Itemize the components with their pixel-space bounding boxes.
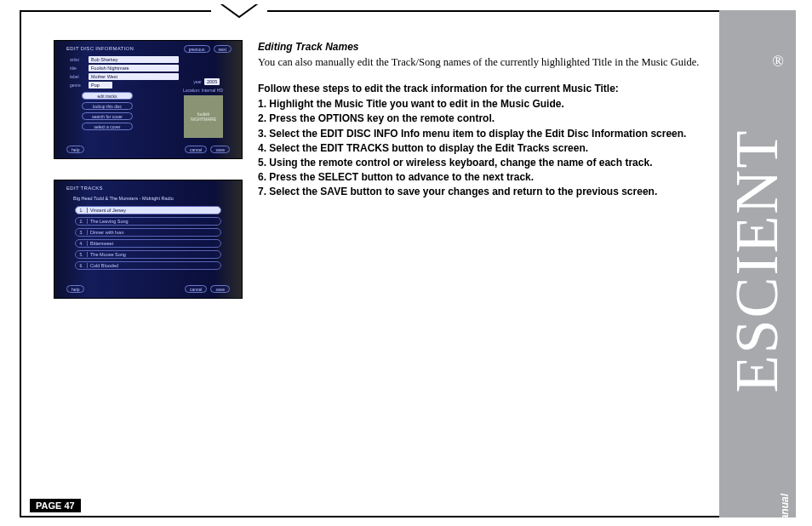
ss2-track-1: 1.Vincent of Jersey [75,206,221,214]
ss2-track-2: 2.The Leaving Song [75,217,221,226]
ss1-genre-value: Pop [89,82,112,89]
step-7: 7. Select the SAVE button to save your c… [258,185,702,198]
manual-subtitle: FireBall™ SE-D1 User's Manual [779,494,791,526]
text-column: Editing Track Names You can also manuall… [258,40,702,319]
ss1-prev-button: previous [184,45,210,53]
steps-list: 1. Highlight the Music Title you want to… [258,97,702,198]
ss2-track-3: 3.Dinner with Ivan [75,228,221,237]
step-1: 1. Highlight the Music Title you want to… [258,97,702,111]
ss2-cancel-button: cancel [185,285,207,293]
svg-rect-0 [211,2,267,4]
section-heading: Editing Track Names [258,40,702,54]
brand-wrap: ESCIENT [724,56,791,465]
section-intro: You can also manually edit the Track/Son… [258,55,702,70]
ss1-title-label: title [70,66,89,71]
steps-lead: Follow these steps to edit the track inf… [258,82,702,95]
ss2-title: EDIT TRACKS [66,186,103,191]
ss2-track-6: 6.Cold Blooded [75,261,221,270]
step-4: 4. Select the EDIT TRACKS button to disp… [258,141,702,155]
brand-logo: ESCIENT [723,129,793,392]
ss2-help-button: help [66,285,84,293]
ss1-genre-label: genre [70,83,89,88]
ss1-location: Location: Internal HD [183,88,223,93]
step-3: 3. Select the EDIT DISC INFO Info menu i… [258,127,702,140]
step-6: 6. Press the SELECT button to advance to… [258,170,702,184]
sidebar: ® ESCIENT FireBall™ SE-D1 User's Manual [719,10,796,517]
manual-page: ® ESCIENT FireBall™ SE-D1 User's Manual … [20,10,796,517]
screenshot-edit-disc-info: EDIT DISC INFORMATION previous next arti… [54,40,243,159]
ss1-search-cover-button: search for cover [82,112,133,120]
ss1-next-button: next [214,45,232,53]
ss1-save-button: save [210,146,230,153]
step-2: 2. Press the OPTIONS key on the remote c… [258,111,702,125]
ss2-subtitle: Big Head Todd & The Monsters - Midnight … [73,196,174,201]
ss2-track-list: 1.Vincent of Jersey 2.The Leaving Song 3… [75,206,221,270]
ss1-title: EDIT DISC INFORMATION [66,46,134,51]
ss1-label-label: label [70,74,89,79]
ss1-artist-value: Bob Sharkey [89,56,179,63]
ss1-cancel-button: cancel [185,146,207,153]
page-number: PAGE 47 [30,499,81,512]
ss1-artist-label: artist [70,57,89,62]
screenshot-edit-tracks: EDIT TRACKS Big Head Todd & The Monsters… [54,180,243,299]
ss1-year-value: 2005 [204,78,220,85]
ss1-title-value: Foolish Nightmare [89,65,179,71]
ss2-track-5: 5.The Moose Song [75,250,221,259]
ss1-lookup-button: lookup this disc [82,102,133,110]
ss1-select-cover-button: select a cover [82,123,133,130]
ss2-track-4: 4.Bittersweet [75,239,221,248]
ss1-year-label: year [193,79,202,84]
step-5: 5. Using the remote control or wireless … [258,156,702,169]
screenshot-column: EDIT DISC INFORMATION previous next arti… [54,40,243,319]
ss2-save-button: save [210,285,230,293]
ss1-label-value: Mother West [89,73,179,80]
ss1-cover-art: foolish NIGHTMARE [184,95,223,138]
ss1-edit-tracks-button: edit tracks [82,92,133,100]
ss1-help-button: help [66,146,84,153]
content-area: EDIT DISC INFORMATION previous next arti… [20,10,719,517]
